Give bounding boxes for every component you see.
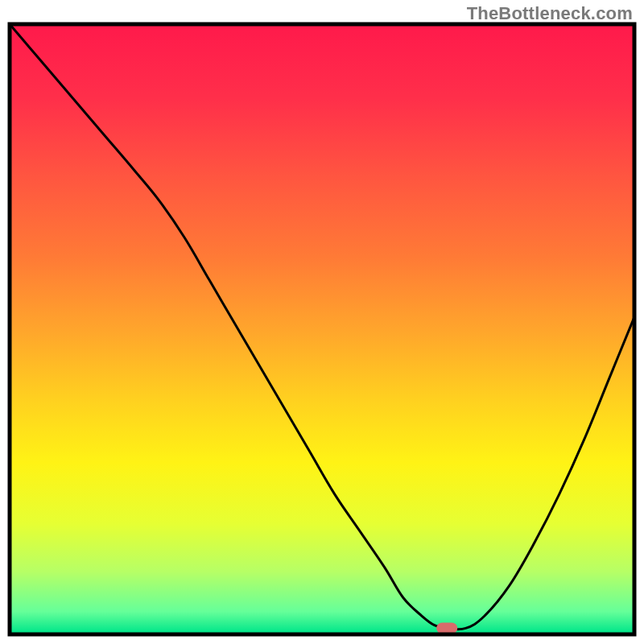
optimal-point-marker (436, 622, 457, 634)
chart-background-gradient (11, 26, 633, 633)
chart-svg (0, 0, 644, 644)
watermark-text: TheBottleneck.com (467, 3, 633, 24)
bottleneck-chart: TheBottleneck.com (0, 0, 644, 644)
